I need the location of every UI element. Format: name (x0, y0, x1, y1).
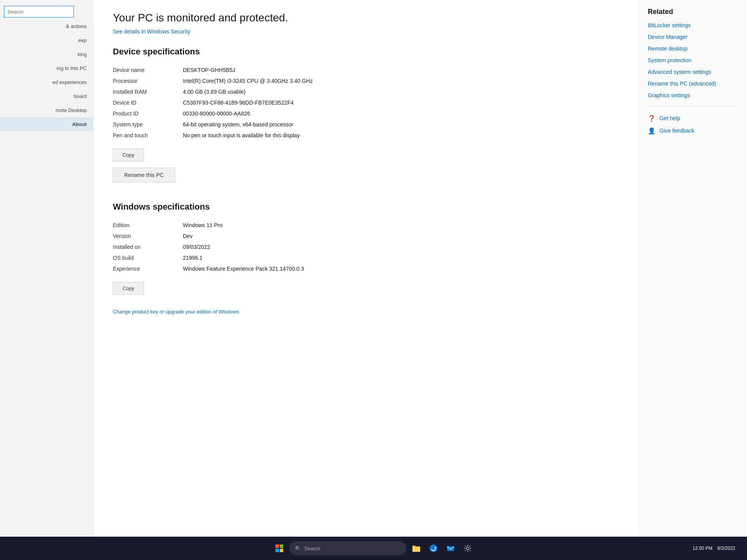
security-heading: Your PC is monitored and protected. (113, 12, 619, 24)
installed-on-value: 09/03/2022 (183, 242, 619, 252)
security-details-link[interactable]: See details in Windows Security (113, 28, 190, 35)
sidebar-item-king[interactable]: king (0, 47, 93, 61)
sidebar-search-area (0, 4, 93, 19)
taskbar-search[interactable]: 🔍 Search (289, 541, 406, 555)
table-row: System type 64-bit operating system, x64… (113, 119, 619, 130)
get-help-icon: ❓ (648, 114, 656, 122)
table-row: Device name DESKTOP-GHH5B5J (113, 65, 619, 75)
folder-icon (412, 544, 421, 553)
related-link-remote-desktop[interactable]: Remote desktop (648, 46, 738, 52)
table-row: Version Dev (113, 231, 619, 242)
ram-value: 4.00 GB (3.89 GB usable) (183, 86, 619, 97)
sidebar-item-board[interactable]: board (0, 89, 93, 103)
taskbar-right-area: 12:00 PM 9/3/2022 (693, 546, 735, 551)
related-link-bitlocker[interactable]: BitLocker settings (648, 22, 738, 28)
edition-value: Windows 11 Pro (183, 220, 619, 231)
search-icon: 🔍 (295, 546, 301, 551)
table-row: Installed on 09/03/2022 (113, 242, 619, 252)
device-id-label: Device ID (113, 97, 183, 108)
os-build-value: 21996.1 (183, 252, 619, 263)
give-feedback-item: 👤 Give feedback (648, 127, 738, 135)
system-type-value: 64-bit operating system, x64-based proce… (183, 119, 619, 130)
taskbar-time: 12:00 PM (693, 546, 712, 551)
related-header: Related (648, 8, 738, 16)
table-row: OS build 21996.1 (113, 252, 619, 263)
processor-label: Processor (113, 75, 183, 86)
gear-icon (463, 544, 472, 553)
sidebar-item-experiences[interactable]: ed experiences (0, 75, 93, 89)
start-button[interactable] (272, 541, 286, 555)
right-panel: Related BitLocker settings Device Manage… (638, 0, 747, 537)
main-content: Your PC is monitored and protected. See … (93, 0, 638, 537)
mail-icon (446, 544, 455, 553)
taskbar-mail-icon[interactable] (444, 541, 458, 555)
svg-point-3 (430, 544, 437, 552)
taskbar: 🔍 Search 12:00 PM 9/3/2022 (0, 537, 747, 560)
related-link-graphics[interactable]: Graphics settings (648, 92, 738, 98)
copy-device-specs-button[interactable]: Copy (113, 149, 144, 161)
search-input[interactable] (4, 6, 74, 18)
windows-spec-table: Edition Windows 11 Pro Version Dev Insta… (113, 220, 619, 274)
table-row: Device ID C5387F93-CF88-4189-96DD-FB7E0E… (113, 97, 619, 108)
experience-value: Windows Feature Experience Pack 321.1470… (183, 263, 619, 274)
processor-value: Intel(R) Core(TM) i3-3245 CPU @ 3.40GHz … (183, 75, 619, 86)
svg-rect-1 (412, 547, 420, 552)
change-product-key-link[interactable]: Change product key or upgrade your editi… (113, 309, 239, 315)
svg-rect-4 (447, 546, 454, 551)
sidebar-item-remote[interactable]: mote Desktop (0, 103, 93, 117)
get-help-item: ❓ Get help (648, 114, 738, 122)
ram-label: Installed RAM (113, 86, 183, 97)
get-help-link[interactable]: Get help (659, 115, 680, 121)
edition-label: Edition (113, 220, 183, 231)
copy-windows-specs-button[interactable]: Copy (113, 282, 144, 295)
taskbar-search-label: Search (304, 546, 320, 551)
sidebar-item-actions[interactable]: & actions (0, 19, 93, 33)
sidebar-item-linking[interactable]: ing to this PC (0, 61, 93, 75)
sidebar-item-about[interactable]: About (0, 117, 93, 131)
related-link-rename-advanced[interactable]: Rename this PC (advanced) (648, 80, 738, 87)
windows-specs-heading: Windows specifications (113, 202, 619, 212)
security-banner: Your PC is monitored and protected. See … (113, 12, 619, 35)
taskbar-files-icon[interactable] (409, 541, 423, 555)
table-row: Installed RAM 4.00 GB (3.89 GB usable) (113, 86, 619, 97)
edge-icon (429, 544, 438, 553)
table-row: Edition Windows 11 Pro (113, 220, 619, 231)
taskbar-settings-icon[interactable] (461, 541, 475, 555)
version-label: Version (113, 231, 183, 242)
svg-rect-2 (412, 546, 416, 547)
device-spec-table: Device name DESKTOP-GHH5B5J Processor In… (113, 65, 619, 141)
sidebar-item-sleep[interactable]: eep (0, 33, 93, 47)
svg-point-5 (466, 547, 469, 550)
system-type-label: System type (113, 119, 183, 130)
experience-label: Experience (113, 263, 183, 274)
sidebar: & actions eep king ing to this PC ed exp… (0, 0, 93, 537)
device-id-value: C5387F93-CF88-4189-96DD-FB7E0E3522F4 (183, 97, 619, 108)
table-row: Pen and touch No pen or touch input is a… (113, 130, 619, 141)
table-row: Processor Intel(R) Core(TM) i3-3245 CPU … (113, 75, 619, 86)
related-link-system-protection[interactable]: System protection (648, 57, 738, 63)
version-value: Dev (183, 231, 619, 242)
rename-pc-button[interactable]: Rename this PC (113, 168, 175, 182)
taskbar-date: 9/3/2022 (717, 546, 735, 551)
os-build-label: OS build (113, 252, 183, 263)
pen-touch-label: Pen and touch (113, 130, 183, 141)
device-name-label: Device name (113, 65, 183, 75)
device-name-value: DESKTOP-GHH5B5J (183, 65, 619, 75)
taskbar-edge-icon[interactable] (426, 541, 440, 555)
give-feedback-link[interactable]: Give feedback (659, 128, 694, 134)
pen-touch-value: No pen or touch input is available for t… (183, 130, 619, 141)
device-specs-heading: Device specifications (113, 47, 619, 57)
table-row: Product ID 00330-80000-00000-AA826 (113, 108, 619, 119)
table-row: Experience Windows Feature Experience Pa… (113, 263, 619, 274)
product-id-label: Product ID (113, 108, 183, 119)
related-link-device-manager[interactable]: Device Manager (648, 34, 738, 40)
divider (648, 106, 738, 107)
windows-logo-icon (275, 544, 283, 552)
product-id-value: 00330-80000-00000-AA826 (183, 108, 619, 119)
give-feedback-icon: 👤 (648, 127, 656, 135)
installed-on-label: Installed on (113, 242, 183, 252)
related-link-advanced-settings[interactable]: Advanced system settings (648, 69, 738, 75)
